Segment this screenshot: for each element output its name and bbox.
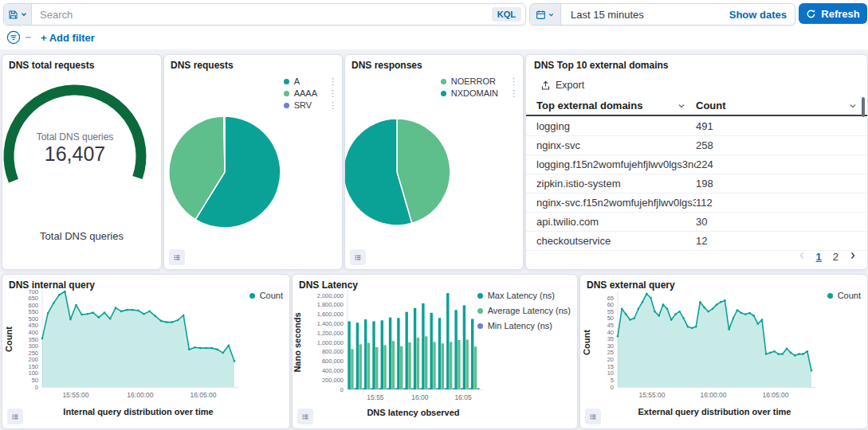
table-row: logging.f15n2womfujehfjlwv0lgs3nog....22…: [526, 155, 867, 174]
export-label: Export: [556, 80, 584, 91]
show-dates-button[interactable]: Show dates: [729, 9, 795, 21]
legend-item-Count[interactable]: Count: [827, 291, 861, 300]
panel-dns-internal-query: DNS internal query 050100150200250300350…: [2, 274, 290, 429]
svg-text:45: 45: [607, 322, 614, 329]
legend-dot: [477, 293, 483, 299]
count-cell: 224: [696, 158, 867, 170]
svg-text:65: 65: [607, 295, 614, 302]
legend-actions-icon[interactable]: ⋮: [503, 89, 518, 97]
date-picker-calendar-button[interactable]: [530, 4, 561, 25]
page-button-1[interactable]: 1: [815, 251, 823, 263]
legend-actions-icon[interactable]: ⋮: [322, 89, 337, 97]
legend-label: SRV: [294, 100, 312, 110]
svg-text:15: 15: [607, 363, 614, 370]
panel-dns-responses: DNS responses NOERROR⋮NXDOMAIN⋮: [344, 54, 524, 270]
svg-text:300: 300: [28, 342, 38, 350]
svg-text:16:00:00: 16:00:00: [700, 391, 726, 399]
panel-title: DNS requests: [171, 60, 234, 71]
list-icon: [355, 252, 361, 263]
legend-actions-icon[interactable]: ⋮: [322, 77, 337, 85]
previous-page-button[interactable]: [797, 251, 807, 263]
domain-cell: logging.f15n2womfujehfjlwv0lgs3nog....: [536, 158, 696, 170]
panel-title: DNS responses: [352, 60, 422, 71]
legend-label: A: [294, 76, 300, 86]
svg-text:25: 25: [607, 349, 614, 356]
refresh-label: Refresh: [821, 8, 859, 20]
domain-cell: zipkin.istio-system: [536, 178, 696, 190]
chevron-right-icon: [848, 251, 858, 260]
legend-item-Min-Latency-ns-[interactable]: Min Latency (ns): [477, 321, 571, 330]
filter-divider: [26, 37, 31, 38]
legend: Max Latency (ns)Average Latency (ns)Min …: [477, 291, 571, 330]
export-button[interactable]: Export: [536, 79, 589, 92]
legend-dot: [249, 293, 255, 299]
next-page-button[interactable]: [848, 251, 858, 263]
legend-dot: [477, 323, 483, 329]
domain-cell: checkoutservice: [536, 235, 696, 247]
legend-item-Average-Latency-ns-[interactable]: Average Latency (ns): [477, 306, 571, 315]
svg-text:15:55:00: 15:55:00: [638, 391, 665, 399]
kql-button[interactable]: KQL: [492, 7, 521, 22]
add-filter-button[interactable]: + Add filter: [41, 32, 95, 44]
external-query-area-chart[interactable]: 0510152025303540455055606515:55:0016:00:…: [580, 275, 867, 428]
legend-item-SRV[interactable]: SRV⋮: [284, 100, 337, 110]
saved-query-menu-button[interactable]: [4, 4, 32, 25]
legend-label: Count: [838, 291, 861, 300]
sort-chevron-icon: [677, 101, 686, 111]
svg-text:16:00:00: 16:00:00: [127, 391, 153, 399]
time-range-label[interactable]: Last 15 minutes: [561, 9, 729, 21]
table-scrollbar[interactable]: [862, 97, 865, 117]
legend-item-AAAA[interactable]: AAAA⋮: [284, 88, 337, 98]
column-header-count[interactable]: Count: [696, 96, 867, 115]
svg-text:2,000,000: 2,000,000: [317, 292, 344, 299]
legend-item-A[interactable]: A⋮: [284, 76, 337, 86]
legend-label: NOERROR: [451, 76, 496, 86]
legend-toggle-button[interactable]: [169, 249, 185, 265]
panel-title: DNS internal query: [9, 280, 95, 291]
legend-toggle-button[interactable]: [350, 249, 366, 265]
legend-label: Count: [260, 291, 283, 300]
filter-icon[interactable]: [6, 30, 21, 45]
legend-item-Max-Latency-ns-[interactable]: Max Latency (ns): [477, 291, 571, 300]
gauge-center-label: Total DNS queries: [2, 131, 147, 143]
count-cell: 198: [696, 178, 867, 190]
panel-title: DNS Top 10 external domains: [534, 60, 669, 71]
chevron-down-icon: [20, 10, 28, 18]
refresh-button[interactable]: Refresh: [799, 3, 867, 24]
svg-text:16:05:00: 16:05:00: [762, 391, 788, 399]
svg-text:250: 250: [28, 350, 38, 357]
legend-item-NXDOMAIN[interactable]: NXDOMAIN⋮: [441, 88, 518, 98]
table-row: nginx-svc258: [526, 136, 867, 155]
legend-dot: [827, 293, 833, 299]
list-icon: [12, 412, 18, 422]
legend-toggle-button[interactable]: [585, 408, 601, 424]
legend-toggle-button[interactable]: [7, 408, 23, 424]
domain-cell: nginx-svc.f15n2womfujehfjlwv0lgs3no...: [536, 197, 696, 209]
svg-text:DNS latency observed: DNS latency observed: [367, 408, 459, 417]
legend-label: AAAA: [294, 88, 317, 98]
legend-dot: [284, 103, 289, 108]
page-button-2[interactable]: 2: [831, 251, 840, 263]
legend-actions-icon[interactable]: ⋮: [503, 77, 518, 85]
legend: Count: [827, 291, 861, 300]
legend-actions-icon[interactable]: ⋮: [322, 101, 337, 109]
kibana-dns-dashboard: KQL Last 15 minutes Show dates Refresh: [0, 0, 868, 430]
legend-item-NOERROR[interactable]: NOERROR⋮: [441, 76, 518, 86]
svg-text:16:05:00: 16:05:00: [190, 391, 216, 399]
svg-text:10: 10: [607, 369, 614, 377]
internal-query-area-chart[interactable]: 0501001502002503003504004505005506006507…: [2, 275, 289, 428]
legend-item-Count[interactable]: Count: [249, 291, 283, 300]
svg-text:0: 0: [611, 384, 614, 391]
count-cell: 258: [696, 139, 867, 151]
svg-text:400,000: 400,000: [322, 367, 344, 374]
search-input[interactable]: [32, 4, 492, 25]
column-header-domains[interactable]: Top external domains: [536, 96, 696, 115]
search-bar: KQL: [3, 3, 526, 25]
list-icon: [590, 412, 596, 422]
svg-text:16:00: 16:00: [411, 393, 429, 401]
legend-toggle-button[interactable]: [297, 408, 313, 424]
date-picker: Last 15 minutes Show dates: [529, 3, 795, 25]
svg-text:1,200,000: 1,200,000: [317, 330, 344, 337]
count-cell: 30: [696, 216, 867, 228]
export-icon: [540, 80, 551, 91]
